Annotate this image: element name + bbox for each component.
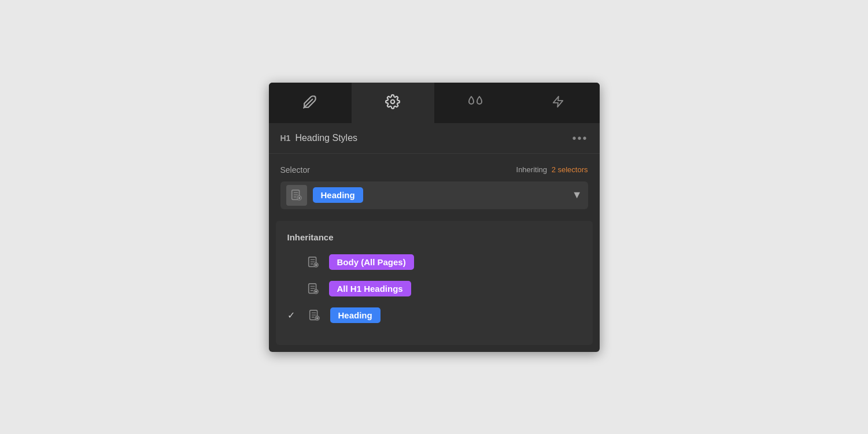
selector-label-row: Selector Inheriting 2 selectors: [280, 165, 588, 175]
section-header: H1 Heading Styles •••: [269, 123, 600, 154]
inheritance-title: Inheritance: [287, 232, 581, 242]
selector-control[interactable]: Heading ▼: [280, 181, 588, 209]
brush-tab[interactable]: [269, 83, 352, 123]
h1-badge: H1: [280, 133, 291, 143]
body-all-pages-tag: Body (All Pages): [329, 254, 414, 270]
checkmark-icon: ✓: [287, 310, 299, 321]
drops-tab[interactable]: [434, 83, 517, 123]
inheritance-item-body[interactable]: Body (All Pages): [287, 254, 581, 271]
selector-section: Selector Inheriting 2 selectors Heading …: [269, 154, 600, 215]
heading-svg-icon: [308, 309, 321, 322]
heading-tag: Heading: [330, 307, 381, 323]
svg-line-0: [304, 99, 312, 108]
inheritance-item-heading[interactable]: ✓ Heading: [287, 307, 581, 324]
h1-page-icon: [305, 280, 322, 298]
inheriting-count: 2 selectors: [552, 165, 588, 174]
drops-icon: [467, 94, 484, 109]
page-svg-icon: [290, 189, 303, 202]
svg-point-1: [391, 100, 395, 104]
chevron-down-icon[interactable]: ▼: [572, 189, 582, 201]
gear-icon: [385, 94, 400, 109]
bolt-tab[interactable]: [517, 83, 600, 123]
svg-marker-2: [553, 97, 563, 107]
gear-tab[interactable]: [352, 83, 434, 123]
toolbar: [269, 83, 600, 123]
selector-label: Selector: [280, 165, 310, 175]
all-h1-headings-tag: All H1 Headings: [329, 281, 411, 296]
body-page-icon: [305, 254, 322, 271]
more-options-button[interactable]: •••: [572, 132, 588, 144]
selector-heading-tag: Heading: [313, 187, 363, 203]
body-svg-icon: [307, 256, 320, 269]
inheritance-item-h1[interactable]: All H1 Headings: [287, 280, 581, 298]
heading-styles-label: Heading Styles: [295, 133, 357, 143]
inheriting-text: Inheriting 2 selectors: [516, 165, 588, 174]
brush-icon: [302, 94, 317, 109]
selector-page-icon: [286, 185, 307, 206]
inheritance-section: Inheritance Body (All Pages): [276, 221, 593, 345]
bolt-icon: [552, 94, 564, 109]
heading-page-icon: [306, 307, 323, 324]
h1-svg-icon: [307, 283, 320, 295]
main-panel: H1 Heading Styles ••• Selector Inheritin…: [269, 83, 600, 352]
section-title: H1 Heading Styles: [280, 133, 358, 143]
